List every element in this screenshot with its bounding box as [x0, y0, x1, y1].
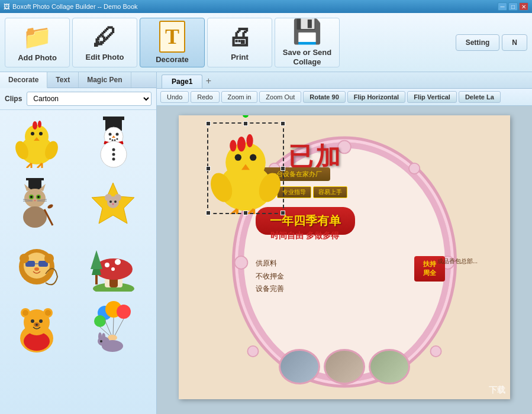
svg-point-35 [37, 196, 40, 198]
svg-point-116 [237, 137, 246, 151]
photo-thumb-3 [369, 349, 410, 384]
chick-selected-icon [207, 122, 284, 214]
chick-icon [10, 116, 63, 168]
edit-photo-icon: 🖊 [93, 24, 117, 50]
delete-layer-button[interactable]: Delete La [459, 91, 501, 103]
svg-point-48 [109, 200, 112, 203]
extra-text: 成品香包总部... [437, 257, 478, 266]
redo-button[interactable]: Redo [191, 91, 219, 103]
svg-point-34 [30, 196, 33, 198]
winnie-icon [10, 300, 63, 353]
title-bar-title: Boxoft Photo Collage Builder -- Demo Boo… [12, 3, 498, 10]
clip-snowman[interactable] [79, 112, 147, 172]
svg-point-47 [114, 194, 121, 201]
clip-mouse-star[interactable] [79, 174, 147, 233]
edit-photo-button[interactable]: 🖊 Edit Photo [72, 18, 137, 67]
tag3: 容易上手 [313, 186, 347, 198]
title-bar-controls: ─ □ ✕ [498, 2, 528, 11]
svg-point-58 [44, 254, 54, 263]
minimize-button[interactable]: ─ [498, 2, 507, 11]
mushroom-house-icon [87, 238, 140, 292]
svg-point-94 [102, 333, 105, 340]
svg-rect-13 [103, 117, 124, 120]
list-item-3: 设备完善 [256, 283, 284, 296]
svg-point-46 [105, 194, 112, 201]
svg-point-56 [34, 267, 39, 271]
svg-point-77 [45, 310, 51, 316]
svg-point-108 [250, 154, 256, 161]
toolbar: 📁 Add Photo 🖊 Edit Photo T Decorate 🖨 Pr… [0, 13, 532, 72]
undo-button[interactable]: Undo [160, 91, 189, 103]
svg-rect-27 [26, 178, 44, 180]
tab-decorate[interactable]: Decorate [0, 72, 47, 88]
svg-point-2 [31, 132, 34, 135]
snowman-icon [90, 115, 137, 169]
add-photo-label: Add Photo [18, 53, 57, 62]
rotate90-button[interactable]: Rotate 90 [303, 91, 346, 103]
svg-line-87 [113, 318, 114, 337]
photo-thumbnails [279, 349, 410, 384]
lion-icon [10, 238, 63, 292]
balloons-icon [87, 300, 140, 353]
svg-point-43 [47, 203, 54, 209]
clips-select[interactable]: Cartoon Nature Holiday Animals Borders [27, 92, 151, 106]
close-button[interactable]: ✕ [519, 2, 528, 11]
svg-point-50 [112, 203, 114, 205]
print-button[interactable]: 🖨 Print [207, 18, 272, 67]
setting-button[interactable]: Setting [456, 34, 500, 51]
svg-point-3 [39, 132, 43, 135]
svg-point-20 [111, 140, 113, 141]
svg-point-41 [23, 206, 47, 228]
next-button[interactable]: N [502, 34, 527, 51]
add-photo-icon: 📁 [22, 23, 52, 51]
svg-point-84 [117, 305, 131, 319]
svg-point-118 [230, 140, 236, 152]
canvas[interactable]: 已加 一台设备在家办厂 无需经验 专业指导 容易上手 一年四季有单 时间自 [179, 115, 510, 399]
svg-marker-70 [91, 250, 102, 269]
svg-point-16 [108, 133, 111, 136]
svg-point-21 [114, 140, 115, 141]
selected-chick[interactable] [207, 122, 284, 216]
page-tabs: Page1 + [157, 72, 532, 89]
maximize-button[interactable]: □ [508, 2, 518, 11]
list-item-2: 不收押金 [256, 270, 284, 283]
add-page-button[interactable]: + [202, 75, 214, 87]
zoom-in-button[interactable]: Zoom in [221, 91, 258, 103]
decorate-button[interactable]: T Decorate [140, 18, 205, 67]
clip-chick[interactable] [2, 112, 70, 172]
zoom-out-button[interactable]: Zoom Out [259, 91, 301, 103]
svg-point-79 [39, 319, 43, 323]
tab-magic-pen[interactable]: Magic Pen [79, 72, 131, 88]
svg-point-81 [36, 324, 38, 326]
clip-mushroom-house[interactable] [79, 235, 147, 295]
photo-thumb-1 [279, 349, 320, 384]
svg-point-95 [100, 340, 102, 342]
svg-point-17 [115, 133, 118, 136]
cat-magician-icon [11, 177, 62, 230]
svg-point-107 [235, 154, 241, 161]
clip-cat-magician[interactable] [2, 174, 70, 233]
svg-point-24 [112, 148, 115, 151]
svg-point-12 [38, 121, 41, 128]
svg-point-76 [22, 310, 28, 316]
add-photo-button[interactable]: 📁 Add Photo [5, 18, 70, 67]
decorate-label: Decorate [156, 55, 189, 64]
svg-point-29 [24, 189, 46, 208]
save-send-label: Save or SendCollage [283, 48, 331, 66]
svg-point-25 [112, 153, 115, 156]
tab-text[interactable]: Text [47, 72, 79, 88]
list-item-1: 供原料 [256, 257, 284, 270]
clip-balloons[interactable] [79, 297, 147, 356]
clip-lion[interactable] [2, 235, 70, 295]
svg-point-49 [114, 200, 117, 203]
svg-line-88 [114, 319, 124, 337]
svg-point-65 [105, 263, 109, 267]
svg-point-26 [112, 158, 115, 161]
clip-winnie[interactable] [2, 297, 70, 356]
flip-horizontal-button[interactable]: Flip Horizontal [347, 91, 405, 103]
flip-vertical-button[interactable]: Flip Vertical [407, 91, 457, 103]
svg-rect-68 [95, 275, 98, 284]
page1-tab[interactable]: Page1 [162, 75, 202, 88]
save-send-button[interactable]: 💾 Save or SendCollage [275, 18, 340, 67]
tabs: Decorate Text Magic Pen [0, 72, 156, 88]
